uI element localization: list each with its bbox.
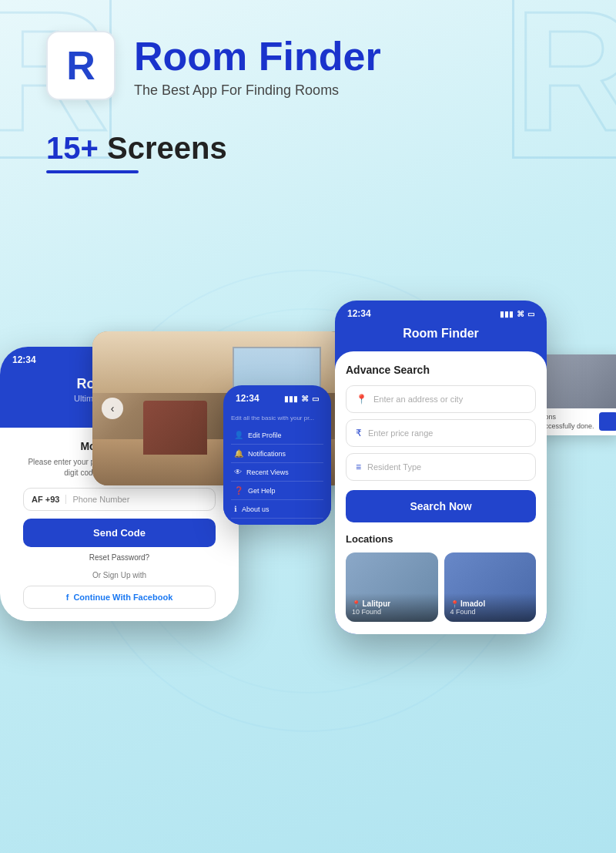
underline-bar	[46, 170, 139, 173]
lalitpur-name: Lalitpur	[363, 599, 391, 608]
address-field[interactable]: 📍 Enter an address or city	[346, 385, 536, 413]
location-card-lalitpur[interactable]: 📍 Lalitpur 10 Found	[346, 552, 438, 622]
time-2: 12:34	[236, 393, 259, 404]
about-icon: ℹ	[234, 505, 237, 513]
edit-profile-label: Edit Profile	[248, 432, 282, 439]
lalitpur-count: 10 Found	[352, 608, 432, 616]
lalitpur-overlay: 📍 Lalitpur 10 Found	[346, 593, 438, 622]
app-tagline: The Best App For Finding Rooms	[134, 82, 381, 99]
screens-count: 15+	[46, 131, 99, 165]
about-label: About us	[242, 505, 270, 513]
menu-item-notifications[interactable]: 🔔 Notifications	[231, 445, 323, 463]
resident-icon: ≡	[356, 462, 361, 472]
price-field[interactable]: ₹ Enter price range	[346, 419, 536, 447]
status-bar-2: 12:34 ▮▮▮ ⌘ ▭	[223, 385, 331, 408]
logo-letter: R	[66, 42, 95, 89]
imadol-name: Imadol	[460, 599, 485, 608]
location-cards: 📍 Lalitpur 10 Found 📍 Imadol 4 Found	[346, 552, 536, 622]
phone-prefix: AF +93	[32, 495, 66, 504]
edit-profile-icon: 👤	[234, 431, 243, 439]
locations-section: Locations 📍 Lalitpur 10 Found 📍 Imadol 4…	[346, 533, 536, 622]
phone-profile-menu: 12:34 ▮▮▮ ⌘ ▭ Edit all the basic with yo…	[223, 385, 331, 525]
screens-count-title: 15+ Screens	[46, 131, 570, 166]
facebook-button[interactable]: f Continue With Facebook	[23, 586, 216, 609]
screens-section: 15+ Screens	[0, 116, 616, 181]
header: R Room Finder The Best App For Finding R…	[0, 0, 616, 116]
phone3-body: Advance Search 📍 Enter an address or cit…	[335, 351, 547, 634]
signal-icon-3: ▮▮▮	[500, 310, 514, 318]
or-signup-text: Or Sign Up with	[23, 571, 216, 579]
status-bar-3: 12:34 ▮▮▮ ⌘ ▭	[335, 301, 547, 324]
battery-icon-3: ▭	[527, 310, 534, 318]
battery-icon-2: ▭	[312, 395, 319, 403]
notifications-label: Notifications	[248, 450, 286, 458]
header-text: Room Finder The Best App For Finding Roo…	[134, 33, 381, 99]
wifi-icon-2: ⌘	[301, 395, 309, 403]
get-help-icon: ❓	[234, 486, 243, 495]
app-title: Room Finder	[134, 33, 381, 79]
price-placeholder: Enter price range	[368, 428, 433, 438]
send-code-button[interactable]: Send Code	[23, 519, 216, 547]
advance-search-title: Advance Search	[346, 364, 536, 376]
facebook-label: Continue With Facebook	[73, 593, 172, 602]
menu-item-recent-views[interactable]: 👁 Recent Views	[231, 463, 323, 482]
recent-views-label: Recent Views	[246, 468, 289, 476]
search-now-button[interactable]: Search Now	[346, 490, 536, 522]
room-chair	[143, 401, 207, 455]
time-1: 12:34	[12, 354, 36, 365]
phones-area: ‹ 12:34 ▮▮▮ ⌘ ▭ Room Finder Ultimate pro…	[0, 293, 616, 853]
phone2-content: Edit all the basic with your pr... 👤 Edi…	[223, 408, 331, 525]
resident-placeholder: Resident Type	[367, 462, 421, 472]
phone-input-row[interactable]: AF +93 Phone Number	[23, 488, 216, 511]
recent-views-icon: 👁	[234, 468, 242, 476]
locations-title: Locations	[346, 533, 536, 545]
screens-label-text: Screens	[107, 131, 227, 165]
location-icon: 📍	[356, 394, 367, 405]
menu-item-about[interactable]: ℹ About us	[231, 500, 323, 519]
phone3-title: Room Finder	[347, 327, 534, 341]
reset-password-link[interactable]: Reset Password?	[23, 553, 216, 562]
wifi-icon-3: ⌘	[517, 310, 524, 318]
imadol-count: 4 Found	[450, 608, 531, 616]
get-help-label: Get Help	[248, 487, 276, 495]
menu-item-get-help[interactable]: ❓ Get Help	[231, 482, 323, 500]
phone3-header: Room Finder	[335, 324, 547, 351]
imadol-overlay: 📍 Imadol 4 Found	[444, 593, 537, 622]
phone-placeholder: Phone Number	[72, 495, 129, 504]
lalitpur-pin: 📍 Lalitpur	[352, 599, 432, 608]
menu-item-edit-profile[interactable]: 👤 Edit Profile	[231, 426, 323, 445]
location-card-imadol[interactable]: 📍 Imadol 4 Found	[444, 552, 537, 622]
resident-field[interactable]: ≡ Resident Type	[346, 453, 536, 481]
logo-box: R	[46, 31, 116, 100]
status-icons-3: ▮▮▮ ⌘ ▭	[500, 310, 534, 318]
facebook-icon: f	[66, 593, 69, 602]
notifications-icon: 🔔	[234, 449, 243, 458]
time-3: 12:34	[347, 308, 371, 319]
phone-search: 12:34 ▮▮▮ ⌘ ▭ Room Finder Advance Search…	[335, 301, 547, 634]
right-card-badge	[599, 412, 616, 431]
back-arrow[interactable]: ‹	[102, 398, 123, 419]
edit-profile-desc: Edit all the basic with your pr...	[231, 415, 323, 421]
price-icon: ₹	[356, 428, 362, 438]
status-icons-2: ▮▮▮ ⌘ ▭	[284, 395, 319, 403]
imadol-pin: 📍 Imadol	[450, 599, 531, 608]
address-placeholder: Enter an address or city	[373, 395, 463, 404]
signal-icon-2: ▮▮▮	[284, 395, 298, 403]
